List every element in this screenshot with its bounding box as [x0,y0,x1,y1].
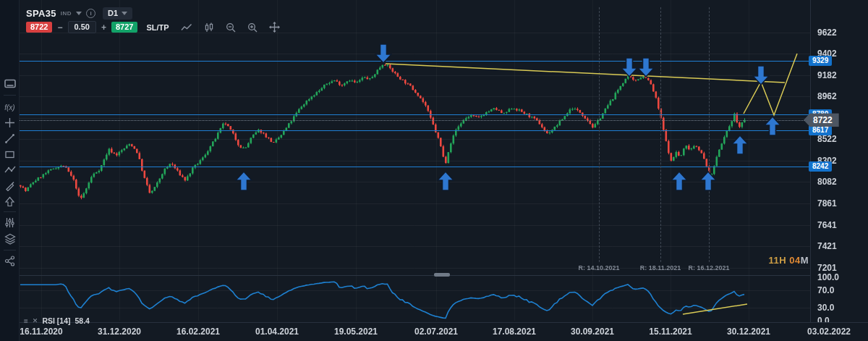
crosshair-icon[interactable] [3,116,17,130]
rectangle-tool-icon[interactable] [3,148,17,161]
buy-arrow[interactable] [731,135,749,155]
symbol-dropdown-caret-icon[interactable] [76,12,82,15]
price-tick-label: 9622 [817,28,837,38]
objects-layers-icon[interactable] [3,232,17,245]
rsi-value: 58.4 [75,316,89,325]
price-tick-label: 9182 [817,70,837,80]
workspace-icon[interactable] [3,77,17,90]
countdown-hours: 11H [768,255,786,266]
rollover-label: R: 16.12.2021 [688,264,729,271]
buy-price-button[interactable]: 8727 [111,22,137,33]
timeframe-label: D1 [108,9,118,17]
price-tick-label: 8082 [817,177,837,187]
date-tick-label: 02.07.2021 [414,327,458,337]
function-icon[interactable]: f(x) [3,101,17,114]
price-level-line[interactable] [20,61,810,62]
rollover-line [709,7,710,262]
rollover-line [660,7,661,262]
buy-arrow[interactable] [764,116,781,136]
date-tick-label: 15.11.2021 [649,327,692,337]
volume-value: 0.50 [68,21,96,33]
current-price-line [20,120,810,121]
date-tick-label: 19.05.2021 [334,327,378,337]
date-tick-label: 17.08.2021 [493,327,536,337]
sell-arrow[interactable] [621,57,638,77]
buy-arrow[interactable] [437,171,454,191]
volume-decrease-button[interactable]: − [57,23,62,32]
symbol-name[interactable]: SPA35 [26,8,56,19]
quick-trade-bar: 8722 − 0.50 + 8727 SL/TP [26,21,280,33]
symbol-info-icon[interactable]: i [86,9,95,18]
symbol-market-type: IND [61,10,72,17]
current-price-badge: 8722 [804,113,839,127]
price-tick-label: 8522 [817,134,837,144]
sell-arrow[interactable] [637,57,655,77]
pattern-tool-icon[interactable] [3,163,17,177]
price-level-badge: 9329 [809,56,832,66]
price-level-line[interactable] [20,130,810,131]
rsi-label: RSI [14] [42,316,70,325]
buy-arrow[interactable] [671,171,688,191]
toolbar-divider [4,95,16,96]
zoom-out-icon[interactable] [226,22,236,33]
candlestick-chart-type-icon[interactable] [204,22,214,33]
timeframe-selector[interactable]: D1 [103,7,132,20]
line-chart-type-icon[interactable] [181,23,192,32]
date-tick-label: 16.11.2020 [20,327,62,337]
date-tick-label: 01.04.2021 [255,327,299,337]
date-tick-label: 31.12.2020 [98,327,141,337]
zoom-in-icon[interactable] [247,22,258,33]
rsi-tick-label: 30.0 [817,303,834,313]
rollover-label: R: 14.10.2021 [578,264,619,271]
candlestick-chart-canvas[interactable] [0,0,868,341]
volume-increase-button[interactable]: + [101,23,106,32]
sell-arrow[interactable] [375,43,392,64]
date-tick-label: 30.12.2021 [727,327,770,337]
sell-arrow[interactable] [752,65,770,85]
rsi-tick-label: 70.0 [817,285,834,295]
trading-platform-window: R: 14.10.2021R: 18.11.2021R: 16.12.2021 … [0,0,868,341]
buy-arrow[interactable] [699,171,717,191]
time-axis[interactable]: 16.11.202031.12.202016.02.202101.04.2021… [0,322,868,341]
pane-divider [20,275,810,276]
rollover-label: R: 18.11.2021 [640,264,681,271]
bar-countdown-timer: 11H 04M [754,255,809,266]
share-icon[interactable] [3,254,17,268]
pane-resize-handle[interactable] [434,273,450,277]
price-level-badge: 8242 [809,161,832,172]
indicator-close-icon[interactable]: ✕ [33,317,38,324]
price-axis[interactable]: 9622940291828962852283028082786176417421… [810,0,868,322]
date-tick-label: 03.02.2022 [807,327,851,337]
drawing-toolbar: f(x) [0,0,20,341]
price-tick-label: 8962 [817,91,837,101]
rollover-line [599,7,600,262]
price-tick-label: 7421 [817,241,837,251]
arrow-marker-tool-icon[interactable] [3,195,17,209]
buy-arrow[interactable] [235,171,252,191]
rsi-tick-label: 100.0 [817,272,839,282]
price-level-line[interactable] [20,114,810,115]
indicator-menu-icon[interactable]: ≡ [24,317,28,325]
indicators-icon[interactable] [3,216,17,230]
date-tick-label: 30.09.2021 [571,327,614,337]
countdown-suffix: M [801,255,809,266]
price-tick-label: 7861 [817,198,837,209]
sell-price-button[interactable]: 8722 [26,22,52,33]
toolbar-divider [4,211,16,212]
date-tick-label: 16.02.2021 [176,327,220,337]
brush-tool-icon[interactable] [3,179,17,193]
countdown-minutes: 04 [786,255,801,266]
sltp-button[interactable]: SL/TP [146,23,169,32]
trendline-tool-icon[interactable] [3,132,17,146]
rsi-indicator-header: ≡ ✕ RSI [14] 58.4 [24,316,90,325]
timeframe-caret-icon [122,12,127,15]
price-tick-label: 7201 [817,263,837,273]
toolbar-divider [4,250,16,251]
pan-move-icon[interactable] [269,22,280,33]
symbol-header: SPA35 IND i D1 [26,7,132,20]
price-tick-label: 7641 [817,220,837,230]
price-level-line[interactable] [20,167,810,167]
